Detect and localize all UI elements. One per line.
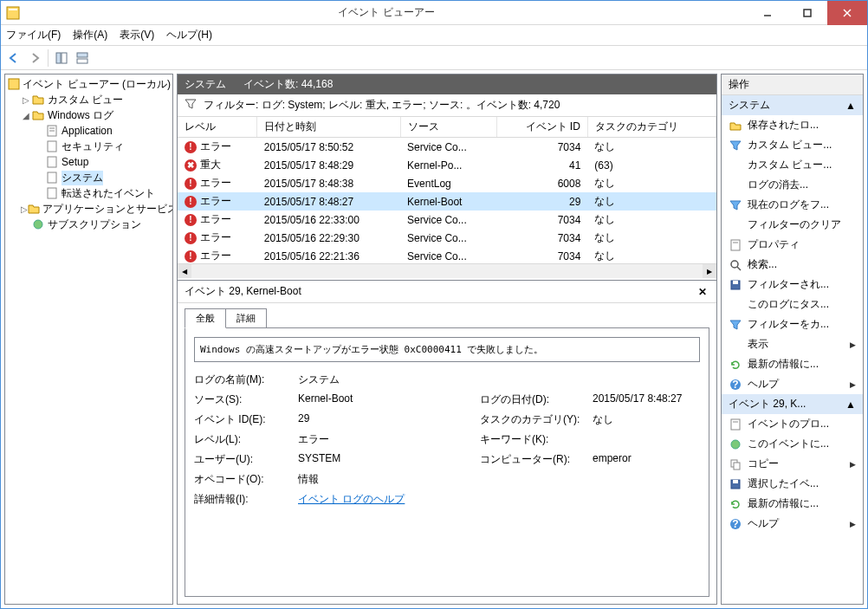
column-header[interactable]: レベル <box>178 117 257 138</box>
event-table[interactable]: レベル日付と時刻ソースイベント IDタスクのカテゴリ !エラー2015/05/1… <box>178 117 716 264</box>
minimize-button[interactable] <box>748 1 787 25</box>
funnel-icon <box>185 98 197 113</box>
action-label: イベントのプロ... <box>748 417 856 431</box>
app-icon <box>6 6 20 20</box>
filter-text: フィルター: ログ: System; レベル: 重大, エラー; ソース: 。イ… <box>204 98 560 113</box>
action-item[interactable]: 最新の情報に... <box>722 354 863 374</box>
detail-close-button[interactable]: ✕ <box>696 285 709 299</box>
table-row[interactable]: !エラー2015/05/16 22:33:00Service Co...7034… <box>178 211 716 229</box>
blank-icon <box>729 298 742 312</box>
action-item[interactable]: ログの消去... <box>722 175 863 195</box>
menu-action[interactable]: 操作(A) <box>73 28 107 42</box>
table-row[interactable]: !エラー2015/05/17 8:48:27Kernel-Boot29なし <box>178 192 716 211</box>
tree-root[interactable]: イベント ビューアー (ローカル) <box>7 76 171 92</box>
forward-button[interactable] <box>25 49 44 68</box>
action-label: ヘルプ <box>748 516 845 531</box>
svg-rect-31 <box>734 463 740 470</box>
help-icon: ? <box>729 378 742 392</box>
detail-view-button[interactable] <box>73 49 92 68</box>
open-icon <box>729 119 742 133</box>
menu-view[interactable]: 表示(V) <box>120 28 154 42</box>
tab-details[interactable]: 詳細 <box>225 308 267 328</box>
action-item[interactable]: 選択したイベ... <box>722 474 863 494</box>
tree-application[interactable]: Application <box>35 123 171 139</box>
close-button[interactable] <box>827 1 867 25</box>
collapse-icon[interactable]: ◢ <box>21 111 31 120</box>
action-item[interactable]: 表示▶ <box>722 334 863 354</box>
collapse-icon[interactable]: ▲ <box>845 100 856 112</box>
action-label: 現在のログをフ... <box>748 198 856 212</box>
critical-icon: ✖ <box>185 159 197 172</box>
menu-file[interactable]: ファイル(F) <box>6 28 61 42</box>
search-icon <box>729 258 742 272</box>
submenu-arrow-icon: ▶ <box>850 340 856 349</box>
action-item[interactable]: ?ヘルプ▶ <box>722 374 863 394</box>
table-row[interactable]: !エラー2015/05/17 8:50:52Service Co...7034な… <box>178 138 716 157</box>
action-item[interactable]: フィルターをカ... <box>722 314 863 334</box>
collapse-icon[interactable]: ▲ <box>845 398 856 411</box>
tree-security[interactable]: セキュリティ <box>35 139 171 154</box>
column-header[interactable]: イベント ID <box>496 117 587 138</box>
action-item[interactable]: カスタム ビュー... <box>722 155 863 175</box>
scroll-right-button[interactable]: ▶ <box>703 264 716 278</box>
svg-rect-1 <box>9 9 17 10</box>
tree-pane[interactable]: イベント ビューアー (ローカル) ▷ カスタム ビュー ◢ Windows ロ… <box>4 74 173 605</box>
action-item[interactable]: イベントのプロ... <box>722 414 863 434</box>
blank-icon <box>729 178 742 192</box>
action-item[interactable]: カスタム ビュー... <box>722 135 863 155</box>
action-item[interactable]: 最新の情報に... <box>722 494 863 514</box>
column-header[interactable]: ソース <box>400 117 496 138</box>
column-header[interactable]: タスクのカテゴリ <box>587 117 716 138</box>
actions-section-event[interactable]: イベント 29, K...▲ <box>722 394 863 414</box>
action-item[interactable]: フィルターされ... <box>722 275 863 295</box>
filter-funnel-icon <box>729 139 742 152</box>
action-item[interactable]: 検索... <box>722 255 863 275</box>
action-item[interactable]: このイベントに... <box>722 434 863 454</box>
table-row[interactable]: !エラー2015/05/17 8:48:38EventLog6008なし <box>178 174 716 192</box>
column-header[interactable]: 日付と時刻 <box>257 117 400 138</box>
action-label: 最新の情報に... <box>748 357 856 372</box>
tree-subscriptions[interactable]: サブスクリプション <box>21 217 171 232</box>
action-item[interactable]: 現在のログをフ... <box>722 195 863 215</box>
actions-section-system[interactable]: システム▲ <box>722 95 863 115</box>
table-row[interactable]: !エラー2015/05/16 22:29:30Service Co...7034… <box>178 229 716 247</box>
detail-header: イベント 29, Kernel-Boot ✕ <box>178 281 716 303</box>
back-button[interactable] <box>4 49 23 68</box>
menu-help[interactable]: ヘルプ(H) <box>166 28 212 42</box>
expand-icon[interactable]: ▷ <box>21 95 31 105</box>
scroll-left-button[interactable]: ◀ <box>178 264 191 278</box>
actions-title: 操作 <box>722 75 863 95</box>
tree-system[interactable]: システム <box>35 170 171 185</box>
tree-app-services[interactable]: ▷ アプリケーションとサービス ログ <box>21 201 171 217</box>
svg-rect-27 <box>731 419 740 430</box>
action-item[interactable]: このログにタス... <box>722 295 863 314</box>
action-item[interactable]: コピー▶ <box>722 454 863 474</box>
table-row[interactable]: !エラー2015/05/16 22:21:36Service Co...7034… <box>178 247 716 264</box>
actions-pane: 操作 システム▲ 保存されたロ...カスタム ビュー...カスタム ビュー...… <box>721 74 864 605</box>
tree-windows-log[interactable]: ◢ Windows ログ <box>21 107 171 123</box>
action-label: ログの消去... <box>748 178 856 192</box>
expand-icon[interactable]: ▷ <box>21 204 28 214</box>
event-log-help-link[interactable]: イベント ログのヘルプ <box>298 493 405 505</box>
maximize-button[interactable] <box>787 1 827 25</box>
tree-custom-views[interactable]: ▷ カスタム ビュー <box>21 92 171 107</box>
folder-icon <box>31 108 45 122</box>
horizontal-scrollbar[interactable]: ◀ ▶ <box>178 264 716 278</box>
svg-rect-19 <box>731 240 740 250</box>
tree-forwarded[interactable]: 転送されたイベント <box>35 185 171 201</box>
table-row[interactable]: ✖重大2015/05/17 8:48:29Kernel-Po...41(63) <box>178 156 716 174</box>
actions-list[interactable]: システム▲ 保存されたロ...カスタム ビュー...カスタム ビュー...ログの… <box>722 95 863 604</box>
action-item[interactable]: 保存されたロ... <box>722 115 863 135</box>
label-keyword: キーワード(K): <box>480 432 584 447</box>
titlebar[interactable]: イベント ビューアー <box>1 1 867 25</box>
action-item[interactable]: フィルターのクリア <box>722 215 863 235</box>
tree-setup[interactable]: Setup <box>35 154 171 170</box>
center-pane: システム イベント数: 44,168 フィルター: ログ: System; レベ… <box>177 74 717 605</box>
show-hide-tree-button[interactable] <box>52 49 71 68</box>
refresh-icon <box>729 497 742 511</box>
action-item[interactable]: ?ヘルプ▶ <box>722 514 863 534</box>
action-item[interactable]: プロパティ <box>722 235 863 255</box>
copy-icon <box>729 457 742 471</box>
svg-line-22 <box>737 267 741 270</box>
tab-general[interactable]: 全般 <box>185 308 226 328</box>
